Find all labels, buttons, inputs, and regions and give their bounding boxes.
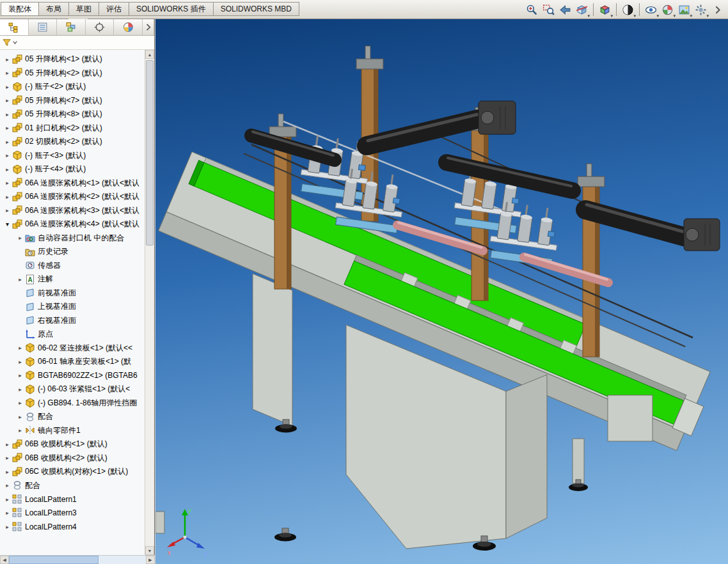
display-style-icon[interactable] [620,2,636,18]
expander-icon[interactable]: ▸ [3,441,12,448]
expander-icon[interactable]: ▸ [16,414,24,420]
expander-icon[interactable]: ▸ [3,194,12,200]
view-orientation-icon[interactable] [597,2,613,18]
tree-item[interactable]: ▸(-) 瓶子<4> (默认) [0,162,145,176]
filter-funnel-icon[interactable] [2,38,12,47]
toolbar-overflow-icon[interactable] [709,2,725,18]
expander-icon[interactable]: ▸ [16,235,24,241]
tree-item[interactable]: ▸01 封口机构<2> (默认) [0,121,145,136]
view-settings-icon[interactable] [693,2,709,18]
expander-icon[interactable]: ▸ [3,180,12,186]
vertical-scroll-thumb[interactable] [146,60,154,246]
expander-icon[interactable]: ▸ [3,510,12,516]
hide-show-items-icon[interactable] [643,2,659,18]
expander-icon[interactable]: ▸ [3,152,12,159]
tree-item[interactable]: ▸LocalLPattern3 [0,506,145,521]
tab-assembly[interactable]: 装配体 [1,2,39,16]
tree-horizontal-scrollbar[interactable]: ◀ ▶ [0,555,155,564]
tree-item[interactable]: ▸06-01 轴承座安装板<1> (默 [0,355,145,369]
edit-appearance-icon[interactable] [660,2,676,18]
tree-vertical-scrollbar[interactable]: ▲ ▼ [145,50,154,555]
tree-item[interactable]: ▸镜向零部件1 [0,424,145,438]
tree-item[interactable]: 上视基准面 [0,300,145,314]
expander-icon[interactable]: ▸ [3,125,12,131]
previous-view-icon[interactable] [557,2,573,18]
tree-item[interactable]: 历史记录 [0,245,145,259]
tab-sketch[interactable]: 草图 [68,2,99,16]
tree-item[interactable]: ▸05 升降机构<8> (默认) [0,107,145,121]
expander-icon[interactable]: ▸ [3,524,12,530]
expander-icon[interactable]: ▸ [3,166,12,173]
expander-icon[interactable]: ▸ [16,276,24,283]
tree-item[interactable]: ▸LocalLPattern4 [0,520,145,534]
expander-icon[interactable]: ▸ [3,84,12,90]
filter-dropdown-icon[interactable] [12,40,18,45]
expander-icon[interactable]: ▸ [3,111,12,118]
tab-solidworks-mbd[interactable]: SOLIDWORKS MBD [213,2,299,16]
tree-item[interactable]: ▸06C 收膜机构(对称)<1> (默认) [0,465,145,479]
section-view-icon[interactable] [574,2,590,18]
expander-icon[interactable]: ▸ [3,455,12,461]
panel-tabs-overflow-icon[interactable] [143,19,154,35]
tree-item[interactable]: ▸06B 收膜机构<2> (默认) [0,451,145,466]
expander-icon[interactable]: ▸ [3,70,12,76]
tree-item[interactable]: 传感器 [0,259,145,273]
expander-icon[interactable]: ▸ [3,97,12,104]
reference-triad[interactable]: x y z [167,507,207,558]
tree-item[interactable]: ▸A注解 [0,272,145,286]
tree-item[interactable]: ▸自动容器封口机 中的配合 [0,231,145,246]
horizontal-scroll-thumb[interactable] [9,556,99,564]
dimxpertmanager-tab[interactable] [86,19,115,35]
tree-item[interactable]: ▸(-) 瓶子<2> (默认) [0,80,145,94]
tree-item[interactable]: 前视基准面 [0,286,145,301]
expander-icon[interactable]: ▸ [3,56,12,63]
scroll-left-icon[interactable]: ◀ [0,556,9,564]
apply-scene-icon[interactable] [676,2,692,18]
scroll-right-icon[interactable]: ▶ [146,556,155,564]
featuremanager-tree-tab[interactable] [0,19,29,35]
scroll-down-icon[interactable]: ▼ [145,546,154,555]
expander-icon[interactable]: ▸ [16,372,24,379]
expander-icon[interactable]: ▸ [16,386,24,393]
tree-item[interactable]: ▸05 升降机构<1> (默认) [0,52,145,67]
expander-icon[interactable]: ▸ [3,207,12,214]
expander-icon[interactable]: ▸ [16,345,24,351]
expander-icon[interactable]: ▸ [3,496,12,503]
expander-icon[interactable]: ▾ [3,221,12,228]
tree-item[interactable]: ▸配合 [0,479,145,493]
tree-item[interactable]: 原点 [0,327,145,341]
tab-layout[interactable]: 布局 [38,2,69,16]
horizontal-scroll-track[interactable] [9,556,146,564]
expander-icon[interactable]: ▸ [16,359,24,365]
expander-icon[interactable]: ▸ [3,469,12,475]
tree-item[interactable]: ▸(-) 06-03 张紧辊<1> (默认< [0,382,145,396]
expander-icon[interactable]: ▸ [3,482,12,489]
tree-filter-bar[interactable] [0,36,154,50]
tree-item[interactable]: ▸06B 收膜机构<1> (默认) [0,437,145,451]
expander-icon[interactable]: ▸ [16,400,24,406]
tree-item[interactable]: ▸(-) 瓶子<3> (默认) [0,149,145,163]
scroll-up-icon[interactable]: ▲ [145,50,154,59]
expander-icon[interactable]: ▸ [3,139,12,145]
tab-solidworks-addins[interactable]: SOLIDWORKS 插件 [129,2,214,16]
expander-icon[interactable]: ▸ [16,427,24,434]
propertymanager-tab[interactable] [29,19,58,35]
configurationmanager-tab[interactable] [57,19,86,35]
tree-item[interactable]: ▸02 切膜机构<2> (默认) [0,135,145,149]
tree-item[interactable]: ▸06A 送膜张紧机构<2> (默认<默认 [0,190,145,204]
assembly-model[interactable]: x y z [155,19,728,564]
zoom-to-fit-icon[interactable] [524,2,540,18]
zoom-to-area-icon[interactable] [541,2,557,18]
tree-item[interactable]: ▸05 升降机构<2> (默认) [0,67,145,81]
graphics-area[interactable]: x y z [155,19,728,564]
displaymanager-tab[interactable] [114,19,143,35]
tree-item[interactable]: 右视基准面 [0,314,145,328]
tree-item[interactable]: ▸配合 [0,410,145,424]
tree-item[interactable]: ▸(-) GB894. 1-86轴用弹性挡圈 [0,396,145,411]
tab-evaluate[interactable]: 评估 [99,2,129,16]
tree-item[interactable]: ▸05 升降机构<7> (默认) [0,94,145,108]
tree-item[interactable]: ▸06A 送膜张紧机构<1> (默认<默认 [0,176,145,191]
tree-item[interactable]: ▸BGTAB6902ZZ<1> (BGTAB6 [0,369,145,383]
tree-item[interactable]: ▸06-02 竖连接板<1> (默认<< [0,341,145,356]
tree-item[interactable]: ▸LocalLPattern1 [0,492,145,506]
